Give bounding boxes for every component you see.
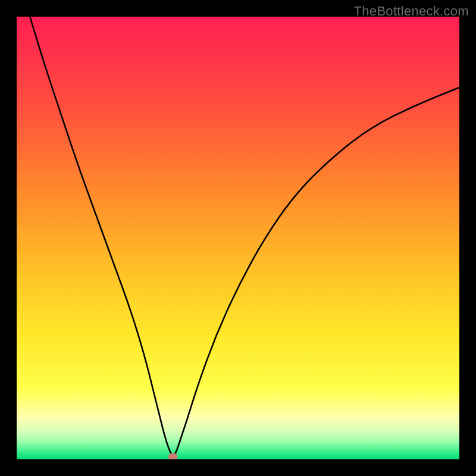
chart-frame: TheBottleneck.com bbox=[0, 0, 476, 476]
plot-background bbox=[17, 17, 459, 459]
bottleneck-chart bbox=[17, 17, 459, 459]
